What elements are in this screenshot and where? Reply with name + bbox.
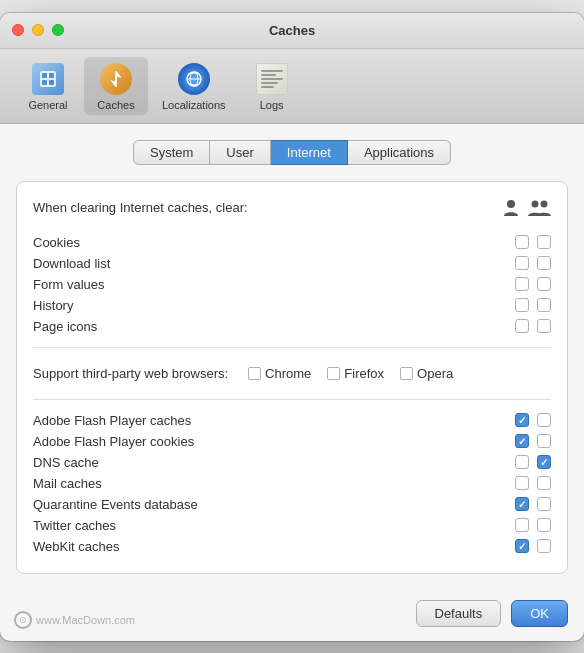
- item-label-webkit-caches: WebKit caches: [33, 539, 515, 554]
- general-label: General: [28, 99, 67, 111]
- caches-icon: [98, 61, 134, 97]
- checkbox-history-user[interactable]: [515, 298, 529, 312]
- checkboxes-mail-caches: [515, 476, 551, 490]
- browser-item-firefox: Firefox: [327, 366, 384, 381]
- checkbox-chrome[interactable]: [248, 367, 261, 380]
- checkboxes-download-list: [515, 256, 551, 270]
- close-button[interactable]: [12, 24, 24, 36]
- item-row-webkit-caches: WebKit caches: [33, 536, 551, 557]
- svg-rect-2: [49, 73, 54, 78]
- svg-rect-4: [49, 80, 54, 85]
- browser-label: Support third-party web browsers:: [33, 366, 228, 381]
- checkboxes-dns-cache: [515, 455, 551, 469]
- group-icon: [527, 198, 551, 218]
- item-row-page-icons: Page icons: [33, 316, 551, 337]
- checkboxes-webkit-caches: [515, 539, 551, 553]
- checkbox-quarantine-group[interactable]: [537, 497, 551, 511]
- item-label-mail-caches: Mail caches: [33, 476, 515, 491]
- checkbox-dns-group[interactable]: [537, 455, 551, 469]
- checkboxes-twitter-caches: [515, 518, 551, 532]
- checkbox-afc-user[interactable]: [515, 413, 529, 427]
- checkbox-dns-user[interactable]: [515, 455, 529, 469]
- checkbox-webkit-user[interactable]: [515, 539, 529, 553]
- window: Caches General: [0, 13, 584, 641]
- browser-name-chrome: Chrome: [265, 366, 311, 381]
- checkbox-history-group[interactable]: [537, 298, 551, 312]
- checkboxes-page-icons: [515, 319, 551, 333]
- caches-label: Caches: [97, 99, 134, 111]
- localizations-label: Localizations: [162, 99, 226, 111]
- browser-name-opera: Opera: [417, 366, 453, 381]
- item-label-dns-cache: DNS cache: [33, 455, 515, 470]
- checkbox-afcook-user[interactable]: [515, 434, 529, 448]
- item-row-dns-cache: DNS cache: [33, 452, 551, 473]
- toolbar-item-localizations[interactable]: Localizations: [152, 57, 236, 115]
- tab-system[interactable]: System: [133, 140, 210, 165]
- item-label-form-values: Form values: [33, 277, 515, 292]
- ok-button[interactable]: OK: [511, 600, 568, 627]
- tab-user[interactable]: User: [210, 140, 270, 165]
- toolbar-item-logs[interactable]: Logs: [240, 57, 304, 115]
- divider-1: [33, 347, 551, 348]
- watermark: ⊙ www.MacDown.com: [14, 611, 135, 629]
- toolbar-item-caches[interactable]: Caches: [84, 57, 148, 115]
- item-row-adobe-flash-caches: Adobe Flash Player caches: [33, 410, 551, 431]
- internet-panel: When clearing Internet caches, clear:: [16, 181, 568, 574]
- checkbox-form-group[interactable]: [537, 277, 551, 291]
- checkbox-download-user[interactable]: [515, 256, 529, 270]
- item-label-adobe-flash-cookies: Adobe Flash Player cookies: [33, 434, 515, 449]
- checkbox-mail-user[interactable]: [515, 476, 529, 490]
- footer: ⊙ www.MacDown.com Defaults OK: [0, 590, 584, 641]
- tab-applications[interactable]: Applications: [348, 140, 451, 165]
- checkbox-cookies-group[interactable]: [537, 235, 551, 249]
- checkboxes-form-values: [515, 277, 551, 291]
- checkbox-pageicons-user[interactable]: [515, 319, 529, 333]
- svg-rect-3: [42, 80, 47, 85]
- checkbox-twitter-user[interactable]: [515, 518, 529, 532]
- item-row-quarantine: Quarantine Events database: [33, 494, 551, 515]
- panel-header-text: When clearing Internet caches, clear:: [33, 200, 248, 215]
- checkboxes-quarantine: [515, 497, 551, 511]
- checkbox-cookies-user[interactable]: [515, 235, 529, 249]
- svg-rect-1: [42, 73, 47, 78]
- toolbar: General Caches: [0, 49, 584, 124]
- tab-internet[interactable]: Internet: [271, 140, 348, 165]
- svg-point-11: [532, 200, 539, 207]
- person-icon: [501, 198, 521, 218]
- checkbox-opera[interactable]: [400, 367, 413, 380]
- checkbox-form-user[interactable]: [515, 277, 529, 291]
- checkbox-afcook-group[interactable]: [537, 434, 551, 448]
- checkbox-firefox[interactable]: [327, 367, 340, 380]
- column-icons: [501, 198, 551, 218]
- content-area: System User Internet Applications When c…: [0, 124, 584, 590]
- item-label-twitter-caches: Twitter caches: [33, 518, 515, 533]
- checkbox-mail-group[interactable]: [537, 476, 551, 490]
- defaults-button[interactable]: Defaults: [416, 600, 502, 627]
- checkbox-quarantine-user[interactable]: [515, 497, 529, 511]
- checkboxes-history: [515, 298, 551, 312]
- checkbox-twitter-group[interactable]: [537, 518, 551, 532]
- item-row-mail-caches: Mail caches: [33, 473, 551, 494]
- checkbox-pageicons-group[interactable]: [537, 319, 551, 333]
- window-controls: [12, 24, 64, 36]
- advanced-items-section: Adobe Flash Player caches Adobe Flash Pl…: [33, 410, 551, 557]
- maximize-button[interactable]: [52, 24, 64, 36]
- item-row-download-list: Download list: [33, 253, 551, 274]
- checkbox-download-group[interactable]: [537, 256, 551, 270]
- panel-header: When clearing Internet caches, clear:: [33, 198, 551, 218]
- general-icon: [30, 61, 66, 97]
- browser-name-firefox: Firefox: [344, 366, 384, 381]
- minimize-button[interactable]: [32, 24, 44, 36]
- checkboxes-cookies: [515, 235, 551, 249]
- checkbox-webkit-group[interactable]: [537, 539, 551, 553]
- item-label-cookies: Cookies: [33, 235, 515, 250]
- checkbox-afc-group[interactable]: [537, 413, 551, 427]
- item-label-page-icons: Page icons: [33, 319, 515, 334]
- svg-point-10: [507, 200, 515, 208]
- watermark-text: www.MacDown.com: [36, 614, 135, 626]
- toolbar-item-general[interactable]: General: [16, 57, 80, 115]
- item-row-twitter-caches: Twitter caches: [33, 515, 551, 536]
- browser-item-opera: Opera: [400, 366, 453, 381]
- svg-point-12: [541, 200, 548, 207]
- item-label-quarantine: Quarantine Events database: [33, 497, 515, 512]
